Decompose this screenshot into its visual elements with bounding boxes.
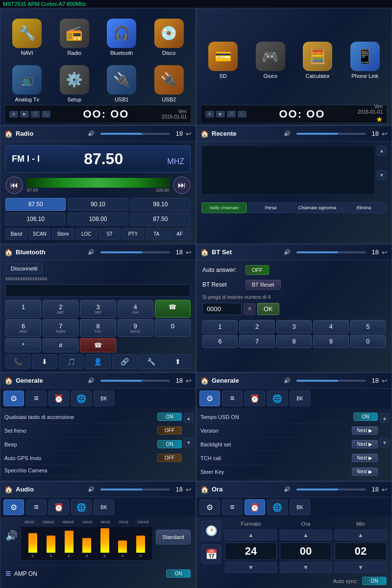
btset-key-0[interactable]: 0 (350, 335, 386, 348)
recente-tab-3[interactable]: Elimina (341, 202, 387, 213)
radio-prev-btn[interactable]: ⏮ (5, 176, 23, 194)
gen-right-tab-bk[interactable]: BK (290, 391, 310, 406)
recente-back-btn[interactable]: ↩ (382, 130, 388, 138)
bt-key-star[interactable]: * (5, 338, 41, 352)
audio-tab-bk[interactable]: BK (94, 499, 114, 515)
bt-key-call-green[interactable]: ☎ (155, 300, 191, 318)
bt-key-hash[interactable]: # (43, 338, 78, 352)
btset-ok-btn[interactable]: OK (257, 303, 279, 315)
ora-back-btn[interactable]: ↩ (382, 486, 388, 493)
gen-right-scroll-up[interactable]: ▲ (380, 413, 390, 423)
eq-bar-5[interactable] (118, 540, 127, 553)
gen-left-tab-2[interactable]: ⏰ (49, 391, 69, 406)
radio-ctrl-af[interactable]: AF (169, 228, 191, 240)
bt-home-btn[interactable]: 🏠 (4, 248, 13, 256)
gen-left-tab-0[interactable]: ⚙ (3, 391, 24, 406)
audio-home-btn[interactable]: 🏠 (4, 486, 13, 493)
gen-left-toggle-3[interactable]: OFF (157, 454, 182, 462)
gen-left-tab-3[interactable]: 🌐 (71, 391, 92, 406)
gen-left-toggle-1[interactable]: OFF (157, 426, 182, 435)
eq-bar-0[interactable] (28, 533, 37, 553)
bt-key-9[interactable]: 9WXYZ (118, 319, 153, 337)
gen-right-next-2[interactable]: Next ▶ (352, 440, 378, 448)
ora-tab-2[interactable]: ⏰ (245, 499, 265, 515)
bt-key-7[interactable]: 7PQRS (43, 319, 78, 337)
app-icon-disco[interactable]: 💿 Disco (147, 16, 191, 58)
radio-ctrl-pty[interactable]: PTY (122, 228, 144, 240)
audio-tab-1[interactable]: ≡ (26, 499, 47, 515)
btset-vol-slider[interactable] (296, 251, 366, 253)
radio-ctrl-scan[interactable]: SCAN (29, 228, 51, 240)
btset-key-3[interactable]: 3 (276, 320, 312, 333)
audio-vol-icon[interactable]: 🔊 (88, 486, 95, 492)
gen-right-tab-1[interactable]: ≡ (222, 391, 243, 406)
eq-bar-2[interactable] (65, 531, 74, 553)
ora-min-down[interactable]: ▼ (335, 562, 387, 573)
recente-scroll-down[interactable]: ▼ (377, 170, 387, 180)
btset-key-2[interactable]: 2 (239, 320, 274, 333)
ora-ora-up[interactable]: ▲ (280, 530, 332, 540)
app-icon-navi[interactable]: 🔧 NAVI (5, 16, 49, 58)
gen-left-toggle-0[interactable]: ON (157, 413, 182, 421)
btset-back-btn[interactable]: ↩ (382, 248, 388, 256)
app-icon-usb1[interactable]: 🔌 USB1 (100, 62, 144, 105)
radio-next-btn[interactable]: ⏭ (173, 176, 191, 194)
radio-ctrl-store[interactable]: Store (52, 228, 74, 240)
amp-toggle[interactable]: ON (166, 569, 191, 578)
btset-del-btn[interactable]: ✕ (244, 303, 255, 315)
recente-home-btn[interactable]: 🏠 (200, 130, 209, 138)
btset-key-8[interactable]: 8 (276, 335, 312, 348)
btset-key-1[interactable]: 1 (202, 320, 238, 333)
audio-tab-2[interactable]: ⏰ (49, 499, 69, 515)
gen-right-back-btn[interactable]: ↩ (382, 377, 388, 385)
bt-key-1[interactable]: 1 (5, 300, 41, 318)
bt-input-bar[interactable] (5, 284, 191, 297)
radio-vol-icon[interactable]: 🔊 (88, 130, 95, 137)
gen-right-home-btn[interactable]: 🏠 (200, 377, 209, 385)
btset-key-5[interactable]: 5 (350, 320, 386, 333)
btset-key-4[interactable]: 4 (313, 320, 348, 333)
gen-right-vol-icon[interactable]: 🔊 (284, 377, 291, 384)
recente-tab-1[interactable]: Persa (248, 202, 294, 213)
btset-key-9[interactable]: 9 (313, 335, 348, 348)
btset-reset-btn[interactable]: BT Reset (245, 280, 281, 290)
gen-left-toggle-2[interactable]: ON (157, 440, 182, 448)
recente-tab-2[interactable]: Chiamate signorina (294, 202, 340, 213)
gen-right-tab-2[interactable]: ⏰ (245, 391, 265, 406)
btset-key-7[interactable]: 7 (239, 335, 274, 348)
preset-btn-0[interactable]: 87.50 (5, 198, 66, 211)
app-icon-sd[interactable]: 💳 SD (201, 16, 245, 105)
btset-autoanswer-toggle[interactable]: OFF (245, 265, 269, 275)
bt-action-6[interactable]: ⬆ (166, 354, 191, 369)
gen-right-scroll-down[interactable]: ▼ (380, 438, 390, 447)
ora-ora-down[interactable]: ▼ (280, 562, 332, 573)
recente-vol-slider[interactable] (296, 133, 366, 135)
bt-key-4[interactable]: 4GHI (118, 300, 153, 318)
gen-right-next-4[interactable]: Next ▶ (352, 467, 378, 476)
app-icon-analogtv[interactable]: 📺 Analog Tv (5, 62, 49, 105)
btset-input[interactable] (202, 303, 242, 315)
ora-home-btn[interactable]: 🏠 (200, 486, 209, 493)
bt-vol-icon[interactable]: 🔊 (88, 249, 95, 255)
recente-tab-0[interactable]: Nelle chiamate (201, 202, 247, 213)
preset-btn-4[interactable]: 108.00 (68, 213, 128, 225)
bt-action-1[interactable]: ⬇ (32, 354, 57, 369)
bt-key-call-red[interactable]: ☎ (80, 338, 116, 352)
ora-calendar-icon-btn[interactable]: 📅 (201, 544, 221, 564)
bt-disconnect-btn[interactable]: Disconnetti (5, 263, 43, 274)
audio-vol-slider[interactable] (100, 489, 170, 490)
bt-key-8[interactable]: 8TUV (80, 319, 116, 337)
ora-clock-icon-btn[interactable]: 🕐 (201, 521, 221, 540)
bt-vol-slider[interactable] (100, 251, 170, 253)
radio-ctrl-band[interactable]: Band (5, 228, 27, 240)
gen-left-tab-1[interactable]: ≡ (26, 391, 47, 406)
gen-left-home-btn[interactable]: 🏠 (4, 377, 13, 385)
btset-home-btn[interactable]: 🏠 (200, 248, 209, 256)
preset-btn-5[interactable]: 87.50 (130, 213, 191, 225)
ora-vol-icon[interactable]: 🔊 (284, 486, 291, 492)
recente-vol-icon[interactable]: 🔊 (284, 130, 291, 137)
btset-vol-icon[interactable]: 🔊 (284, 249, 291, 255)
audio-tab-0[interactable]: ⚙ (3, 499, 24, 515)
preset-btn-2[interactable]: 98.10 (130, 198, 191, 211)
app-icon-phonelink[interactable]: 📱 Phone Link (343, 16, 387, 105)
